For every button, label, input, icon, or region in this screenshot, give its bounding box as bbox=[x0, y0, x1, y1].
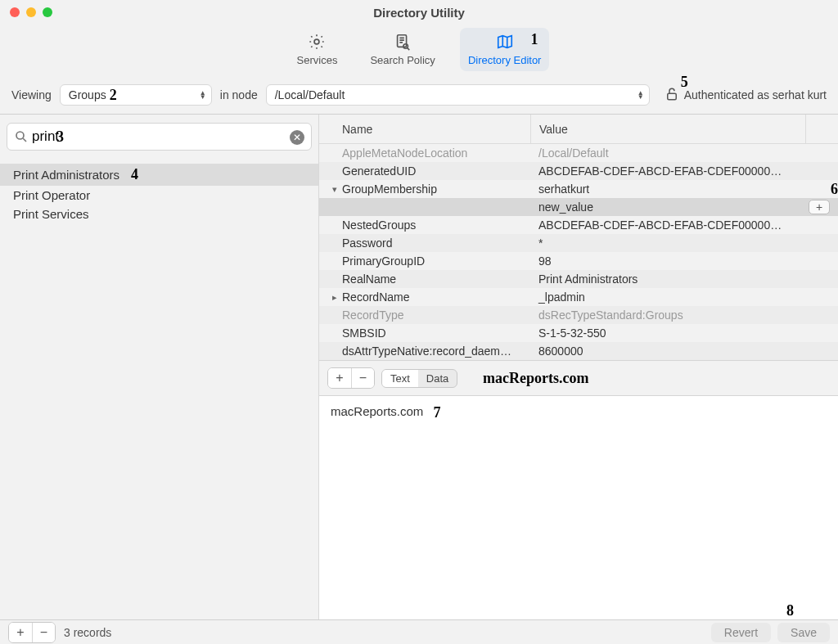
viewing-value: Groups bbox=[69, 88, 106, 101]
node-dropdown[interactable]: /Local/Default ▲▼ bbox=[266, 84, 650, 106]
row-value: S-1-5-32-550 bbox=[530, 327, 838, 340]
search-icon bbox=[14, 129, 29, 146]
traffic-lights bbox=[10, 7, 52, 17]
svg-rect-3 bbox=[667, 93, 676, 100]
lock-wrap: 5 Authenticated as serhat kurt bbox=[665, 87, 827, 104]
tab-search-policy[interactable]: Search Policy bbox=[362, 28, 443, 71]
row-name: RecordName bbox=[342, 290, 530, 304]
table-row[interactable]: SMBSIDS-1-5-32-550 bbox=[319, 324, 838, 342]
table-row[interactable]: AppleMetaNodeLocation/Local/Default bbox=[319, 144, 838, 162]
in-node-label: in node bbox=[220, 88, 258, 101]
annotation-8: 8 bbox=[786, 602, 794, 619]
table-row[interactable]: NestedGroupsABCDEFAB-CDEF-ABCD-EFAB-CDEF… bbox=[319, 216, 838, 234]
text-data-segment: Text Data bbox=[381, 369, 457, 388]
row-value: ABCDEFAB-CDEF-ABCD-EFAB-CDEF00000… bbox=[530, 164, 838, 178]
result-item[interactable]: Print Administrators 4 bbox=[0, 164, 318, 186]
tab-directory-editor[interactable]: Directory Editor 1 bbox=[460, 28, 550, 71]
row-name: AppleMetaNodeLocation bbox=[342, 146, 530, 160]
search-input[interactable] bbox=[32, 128, 286, 145]
remove-button[interactable]: − bbox=[351, 368, 374, 388]
table-row[interactable]: PrimaryGroupID98 bbox=[319, 252, 838, 270]
record-count: 3 records bbox=[64, 626, 111, 639]
row-value: Print Administrators bbox=[530, 272, 838, 286]
mid-toolbar: + − Text Data macReports.com bbox=[319, 360, 838, 396]
unlock-icon[interactable] bbox=[665, 87, 679, 104]
viewing-label: Viewing bbox=[11, 88, 52, 101]
annotation-7: 7 bbox=[433, 404, 440, 611]
titlebar: Directory Utility bbox=[0, 0, 838, 25]
revert-button[interactable]: Revert bbox=[711, 623, 771, 642]
tab-services[interactable]: Services bbox=[289, 28, 346, 71]
table-row[interactable]: ▾GroupMembershipserhatkurt 6 bbox=[319, 180, 838, 198]
detail-text: macReports.com bbox=[331, 404, 423, 611]
chevron-updown-icon: ▲▼ bbox=[200, 91, 206, 99]
node-value: /Local/Default bbox=[275, 88, 345, 101]
row-value: 8600000 bbox=[530, 345, 838, 358]
save-button[interactable]: Save bbox=[777, 623, 830, 642]
row-value: new_value bbox=[530, 200, 809, 214]
annotation-3: 3 bbox=[56, 128, 64, 146]
svg-rect-1 bbox=[398, 35, 407, 47]
tab-label: Directory Editor bbox=[468, 54, 542, 66]
table-row[interactable]: new_value+ bbox=[319, 198, 838, 216]
chevron-icon[interactable]: ▸ bbox=[327, 292, 342, 303]
auth-text: Authenticated as serhat kurt bbox=[684, 88, 827, 101]
row-name: GroupMembership bbox=[342, 182, 530, 196]
content: 3 ✕ Print Administrators 4 Print Operato… bbox=[0, 115, 838, 619]
left-column: 3 ✕ Print Administrators 4 Print Operato… bbox=[0, 115, 319, 619]
table-row[interactable]: ▸RecordName_lpadmin bbox=[319, 288, 838, 306]
annotation-5: 5 bbox=[681, 74, 688, 91]
row-name: NestedGroups bbox=[342, 218, 530, 232]
row-name: dsAttrTypeNative:record_daem… bbox=[342, 345, 530, 358]
seg-data[interactable]: Data bbox=[418, 370, 457, 387]
row-value: ABCDEFAB-CDEF-ABCD-EFAB-CDEF00000… bbox=[530, 218, 838, 232]
chevron-updown-icon: ▲▼ bbox=[638, 91, 644, 99]
tab-label: Services bbox=[297, 54, 338, 66]
result-item[interactable]: Print Operator bbox=[0, 186, 318, 205]
row-value: serhatkurt bbox=[530, 182, 821, 196]
col-value[interactable]: Value bbox=[530, 115, 805, 143]
row-name: RecordType bbox=[342, 308, 530, 322]
tab-label: Search Policy bbox=[370, 54, 435, 66]
table-row[interactable]: RecordTypedsRecTypeStandard:Groups bbox=[319, 306, 838, 324]
result-item[interactable]: Print Services bbox=[0, 205, 318, 223]
col-name[interactable]: Name bbox=[342, 123, 530, 136]
results-list: Print Administrators 4 Print Operator Pr… bbox=[0, 159, 318, 619]
clear-icon[interactable]: ✕ bbox=[290, 130, 304, 145]
add-button[interactable]: + bbox=[328, 368, 351, 388]
row-value: * bbox=[530, 236, 838, 250]
viewing-dropdown[interactable]: Groups 2 ▲▼ bbox=[60, 84, 212, 106]
minimize-icon[interactable] bbox=[26, 7, 36, 17]
row-name: GeneratedUID bbox=[342, 164, 530, 178]
annotation-6: 6 bbox=[831, 181, 838, 198]
row-value: 98 bbox=[530, 254, 838, 268]
row-name: PrimaryGroupID bbox=[342, 254, 530, 268]
add-value-button[interactable]: + bbox=[809, 200, 830, 214]
row-name: RealName bbox=[342, 272, 530, 286]
chevron-icon[interactable]: ▾ bbox=[327, 184, 342, 195]
add-record-button[interactable]: + bbox=[9, 623, 32, 642]
fullscreen-icon[interactable] bbox=[43, 7, 52, 17]
brand-watermark: macReports.com bbox=[483, 370, 588, 387]
row-value: _lpadmin bbox=[530, 290, 838, 304]
search-box: 3 ✕ bbox=[7, 123, 312, 151]
remove-record-button[interactable]: − bbox=[32, 623, 55, 642]
close-icon[interactable] bbox=[10, 7, 20, 17]
row-value: /Local/Default bbox=[530, 146, 838, 160]
svg-point-4 bbox=[16, 132, 24, 139]
detail-pane[interactable]: macReports.com 7 bbox=[319, 396, 838, 619]
seg-text[interactable]: Text bbox=[382, 370, 418, 387]
record-add-remove: + − bbox=[8, 622, 56, 643]
table-row[interactable]: GeneratedUIDABCDEFAB-CDEF-ABCD-EFAB-CDEF… bbox=[319, 162, 838, 180]
table-row[interactable]: dsAttrTypeNative:record_daem…8600000 bbox=[319, 342, 838, 360]
gear-icon bbox=[308, 33, 326, 51]
row-name: SMBSID bbox=[342, 327, 530, 340]
filter-bar: Viewing Groups 2 ▲▼ in node /Local/Defau… bbox=[0, 81, 838, 115]
table-row[interactable]: RealNamePrint Administrators bbox=[319, 270, 838, 288]
annotation-4: 4 bbox=[131, 166, 138, 183]
document-search-icon bbox=[394, 33, 412, 51]
annotation-1: 1 bbox=[530, 31, 538, 48]
bottom-bar: + − 3 records 8 Revert Save bbox=[0, 619, 838, 644]
row-value: dsRecTypeStandard:Groups bbox=[530, 308, 838, 322]
table-row[interactable]: Password* bbox=[319, 234, 838, 252]
